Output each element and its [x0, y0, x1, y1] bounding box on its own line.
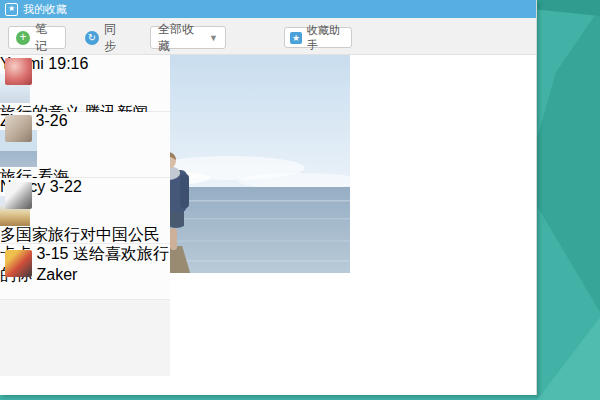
avatar: [5, 58, 32, 85]
avatar: [5, 182, 32, 209]
item-time: 3-15: [36, 245, 68, 262]
window-title: 我的收藏: [23, 2, 67, 17]
avatar: [5, 250, 32, 277]
toolbar: + 笔记 ↻ 同步 全部收藏 ▼ ★ 收藏助手: [0, 18, 536, 55]
chevron-down-icon: ▼: [209, 33, 218, 43]
plus-icon: +: [16, 31, 30, 45]
collect-assistant-button[interactable]: ★ 收藏助手: [284, 27, 352, 48]
list-item-kaka[interactable]: 卡卡 3-15 送给喜欢旅行的你 Zaker: [0, 244, 170, 300]
list-item-yoami[interactable]: Yoami 19:16 旅行的意义 腾讯新闻: [0, 55, 170, 112]
filter-label: 全部收藏: [158, 21, 204, 55]
list-item-nancy[interactable]: Nancy 3-22 多国家旅行对中国公民免签证。 腾讯新闻: [0, 178, 170, 244]
app-window: ★ 我的收藏 + 笔记 ↻ 同步 全部收藏 ▼ ★ 收藏助手 Yoami 19:…: [0, 0, 537, 395]
item-time: 3-22: [50, 178, 82, 195]
star-icon: ★: [290, 32, 302, 44]
item-source: Zaker: [36, 266, 77, 283]
item-time: 3-26: [36, 112, 68, 129]
avatar: [5, 115, 32, 142]
collection-filter-dropdown[interactable]: 全部收藏 ▼: [150, 26, 226, 49]
titlebar: ★ 我的收藏: [0, 0, 536, 18]
app-star-icon: ★: [5, 3, 18, 16]
backdrop-polygon-light: [537, 290, 600, 400]
sidebar: Yoami 19:16 旅行的意义 腾讯新闻 Zine 3-26 旅行-看海 N…: [0, 55, 170, 376]
assistant-label: 收藏助手: [307, 23, 346, 53]
sync-icon: ↻: [85, 31, 99, 45]
new-note-label: 笔记: [35, 21, 58, 55]
new-note-button[interactable]: + 笔记: [8, 26, 66, 49]
sync-button[interactable]: ↻ 同步: [78, 26, 134, 49]
item-time: 19:16: [48, 55, 88, 72]
sync-label: 同步: [104, 21, 127, 55]
list-item-zine[interactable]: Zine 3-26 旅行-看海: [0, 112, 170, 178]
